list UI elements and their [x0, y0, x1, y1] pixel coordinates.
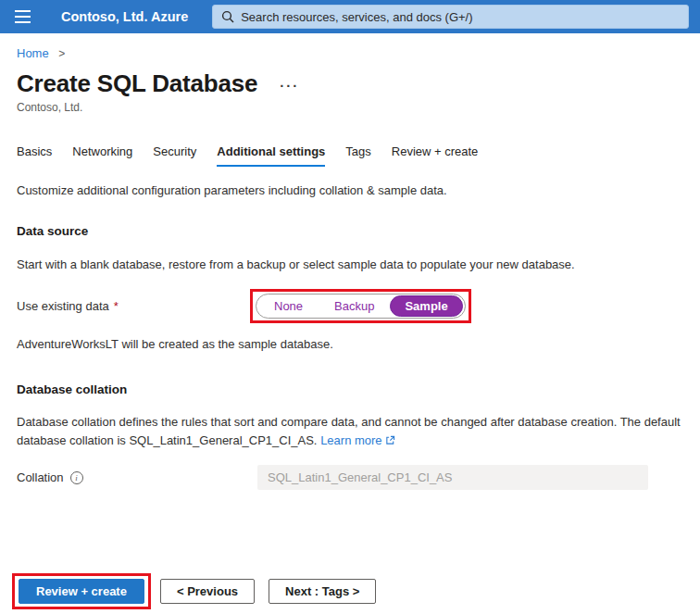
top-bar: Contoso, Ltd. Azure [0, 0, 700, 33]
breadcrumb: Home > [17, 46, 683, 60]
sample-database-note: AdventureWorksLT will be created as the … [17, 335, 683, 354]
review-create-button[interactable]: Review + create [19, 579, 144, 604]
info-icon [70, 471, 83, 484]
collation-heading: Database collation [17, 382, 683, 396]
toggle-option-sample[interactable]: Sample [390, 295, 462, 317]
use-existing-data-toggle: None Backup Sample [256, 294, 466, 319]
tab-tags[interactable]: Tags [345, 144, 370, 167]
main-content: Home > Create SQL Database ··· Contoso, … [0, 33, 700, 490]
red-annotation-review-create: Review + create [12, 573, 151, 609]
title-row: Create SQL Database ··· [17, 69, 683, 97]
collation-label: Collation [17, 470, 250, 484]
tab-review-create[interactable]: Review + create [392, 144, 479, 167]
footer-actions: Review + create < Previous Next : Tags > [12, 573, 376, 609]
previous-button[interactable]: < Previous [160, 579, 255, 604]
tab-basics[interactable]: Basics [17, 144, 52, 167]
app-title: Contoso, Ltd. Azure [61, 9, 188, 24]
search-icon [221, 10, 234, 23]
chevron-right-icon: > [58, 47, 65, 60]
data-source-heading: Data source [17, 224, 683, 238]
required-asterisk: * [114, 299, 119, 313]
tab-bar: Basics Networking Security Additional se… [17, 144, 683, 167]
use-existing-data-row: Use existing data * None Backup Sample [17, 289, 683, 323]
breadcrumb-home-link[interactable]: Home [17, 46, 49, 60]
collation-description: Database collation defines the rules tha… [17, 413, 683, 450]
red-annotation-toggle: None Backup Sample [250, 289, 471, 323]
search-input[interactable] [241, 6, 680, 28]
intro-text: Customize additional configuration param… [17, 182, 683, 200]
tab-networking[interactable]: Networking [72, 144, 132, 167]
learn-more-link[interactable]: Learn more [320, 433, 381, 447]
page-subtitle: Contoso, Ltd. [17, 101, 683, 114]
toggle-option-backup[interactable]: Backup [319, 294, 390, 318]
data-source-description: Start with a blank database, restore fro… [17, 256, 683, 274]
hamburger-menu-button[interactable] [0, 0, 44, 33]
use-existing-data-label: Use existing data * [17, 299, 250, 313]
tab-additional-settings[interactable]: Additional settings [217, 144, 325, 167]
next-tags-button[interactable]: Next : Tags > [269, 579, 376, 604]
collation-input [257, 465, 648, 490]
more-options-icon[interactable]: ··· [280, 81, 299, 91]
search-box[interactable] [212, 5, 689, 29]
collation-row: Collation [17, 465, 683, 490]
external-link-icon [385, 435, 395, 445]
hamburger-icon [15, 10, 31, 12]
toggle-option-none[interactable]: None [258, 294, 319, 318]
tab-security[interactable]: Security [153, 144, 196, 167]
page-title: Create SQL Database [17, 69, 257, 97]
